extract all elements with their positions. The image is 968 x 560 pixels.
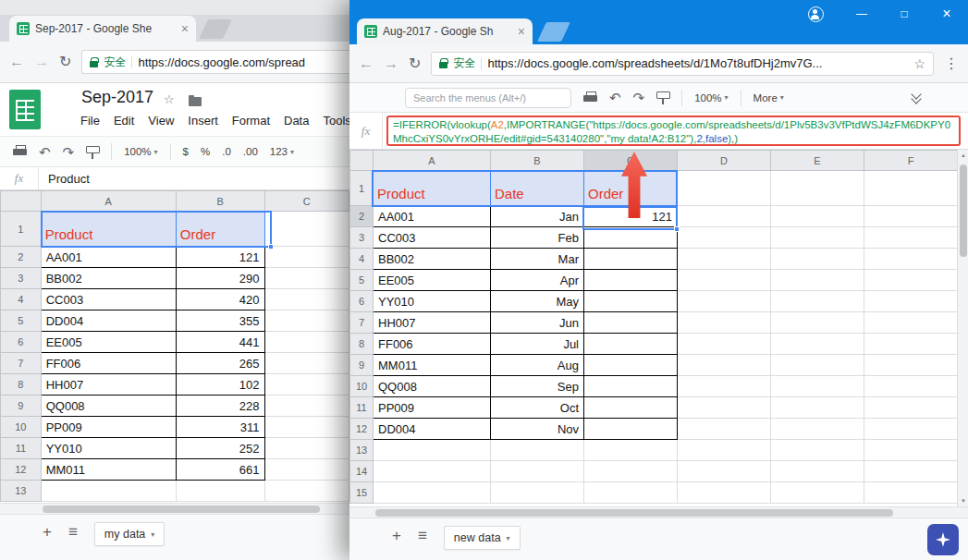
empty-cell[interactable] [678,270,771,291]
row-number[interactable]: 3 [1,268,42,289]
empty-cell[interactable] [264,310,349,332]
new-tab-button[interactable] [199,19,232,39]
print-icon[interactable] [583,91,597,104]
product-cell[interactable]: EE005 [374,270,491,291]
empty-cell[interactable] [264,353,349,374]
row-number[interactable]: 10 [350,376,374,397]
product-cell[interactable]: EE005 [41,332,176,353]
row-number[interactable]: 1 [1,212,42,247]
row-number[interactable]: 4 [350,249,374,270]
empty-cell[interactable] [584,440,678,461]
row-number[interactable]: 9 [1,396,42,417]
empty-cell[interactable] [678,355,771,376]
empty-cell[interactable] [864,312,958,334]
empty-cell[interactable] [176,481,264,502]
empty-cell[interactable] [264,481,349,502]
order-cell[interactable]: 102 [176,374,264,396]
order-cell[interactable]: 441 [176,332,264,353]
product-cell[interactable]: DD004 [374,419,491,440]
row-number[interactable]: 10 [1,417,42,438]
print-icon[interactable] [13,145,27,158]
horizontal-scrollbar[interactable] [0,503,349,514]
empty-cell[interactable] [771,334,864,355]
row-number[interactable]: 2 [1,247,42,268]
browser-tab-aug2017[interactable]: Aug-2017 - Google Sh × [357,18,533,44]
row-number[interactable]: 8 [350,334,374,355]
date-cell[interactable]: Sep [491,376,584,397]
date-cell[interactable]: Oct [491,397,584,419]
product-cell[interactable]: AA001 [41,247,176,268]
column-header[interactable]: B [176,191,264,212]
select-all-corner[interactable] [1,191,42,212]
empty-cell[interactable] [584,482,678,504]
empty-cell[interactable] [264,247,349,268]
format-currency-button[interactable]: $ [183,146,189,157]
order-cell[interactable] [584,376,678,397]
empty-cell[interactable] [264,459,349,481]
empty-cell[interactable] [678,397,771,419]
all-sheets-button[interactable]: ≡ [418,526,427,546]
empty-cell[interactable] [864,171,958,206]
empty-cell[interactable] [678,482,771,504]
column-header[interactable]: A [374,151,491,171]
maximize-button[interactable]: □ [883,0,925,28]
order-cell[interactable]: 121 [176,247,264,268]
paint-format-icon[interactable] [656,91,669,104]
column-header[interactable]: E [771,151,864,171]
browser-menu-icon[interactable]: ⋮ [944,56,959,71]
empty-cell[interactable] [771,312,864,334]
scroll-down-icon[interactable]: ▼ [958,495,968,506]
empty-cell[interactable] [374,482,491,504]
column-header[interactable]: D [678,151,771,171]
order-cell[interactable]: 290 [176,268,264,289]
product-cell[interactable]: FF006 [41,353,176,374]
empty-cell[interactable] [678,227,771,249]
product-cell[interactable]: YY010 [374,291,491,312]
order-cell[interactable] [584,312,678,334]
scrollbar-thumb[interactable] [375,509,893,517]
empty-cell[interactable] [771,419,864,440]
formula-bar-value[interactable]: Product [39,167,349,189]
menu-view[interactable]: View [148,114,174,128]
empty-cell[interactable] [771,482,864,504]
forward-button[interactable]: → [384,56,398,71]
header-cell[interactable]: Product [41,212,176,247]
vertical-scrollbar[interactable]: ▲ ▼ [957,150,968,506]
date-cell[interactable]: Mar [491,249,584,270]
empty-cell[interactable] [771,227,864,249]
menu-format[interactable]: Format [232,114,270,128]
empty-cell[interactable] [864,227,958,249]
empty-cell[interactable] [41,481,176,502]
order-cell[interactable] [584,397,678,419]
empty-cell[interactable] [864,397,958,419]
undo-icon[interactable]: ↶ [39,145,51,159]
star-document-icon[interactable]: ☆ [164,92,175,106]
forward-button[interactable]: → [34,55,49,69]
bookmark-star-icon[interactable]: ☆ [913,57,925,70]
sheet-tab-new-data[interactable]: new data ▾ [444,526,521,550]
empty-cell[interactable] [864,270,958,291]
order-cell[interactable] [584,419,678,440]
search-menus-input[interactable] [405,88,571,108]
row-number[interactable]: 2 [350,206,374,227]
horizontal-scrollbar[interactable] [349,506,968,517]
empty-cell[interactable] [264,417,349,438]
empty-cell[interactable] [864,461,958,482]
row-number[interactable]: 9 [350,355,374,376]
row-number[interactable]: 7 [350,312,374,334]
document-title[interactable]: Sep-2017 [81,88,153,107]
scrollbar-thumb[interactable] [960,164,967,257]
row-number[interactable]: 12 [350,419,374,440]
empty-cell[interactable] [374,440,491,461]
empty-cell[interactable] [771,171,864,206]
product-cell[interactable]: BB002 [41,268,176,289]
move-to-folder-icon[interactable] [189,97,202,106]
empty-cell[interactable] [264,438,349,459]
menu-insert[interactable]: Insert [188,114,218,128]
product-cell[interactable]: FF006 [374,334,491,355]
product-cell[interactable]: PP009 [374,397,491,419]
product-cell[interactable]: QQ008 [374,376,491,397]
empty-cell[interactable] [864,482,958,504]
product-cell[interactable]: HH007 [41,374,176,396]
sheet-tab-my-data[interactable]: my data ▾ [94,522,165,546]
